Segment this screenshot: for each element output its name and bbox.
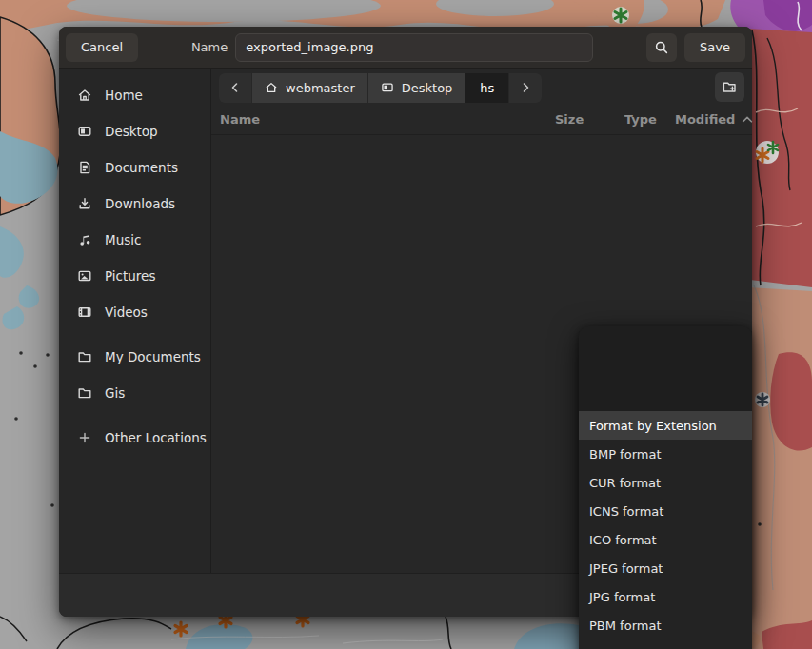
menu-item-jpg-format[interactable]: JPG format xyxy=(579,582,752,611)
screen: { "dialog": { "cancel_label": "Cancel", … xyxy=(0,0,812,649)
menu-item-pbm-format[interactable]: PBM format xyxy=(579,611,752,639)
sidebar-separator xyxy=(59,330,210,339)
sidebar-item-videos[interactable]: Videos xyxy=(59,294,210,330)
chevron-right-icon xyxy=(520,82,531,93)
menu-item-pgm-format[interactable]: PGM format xyxy=(579,639,752,649)
chevron-left-icon xyxy=(229,82,241,93)
marker-cluster-right xyxy=(756,141,779,164)
filename-input[interactable] xyxy=(235,33,593,62)
sidebar-item-label: Videos xyxy=(105,305,148,320)
sidebar-item-my-documents[interactable]: My Documents xyxy=(59,339,210,375)
pathbar-row: webmaster Desktop hs xyxy=(211,69,752,107)
menu-item-format-by-extension[interactable]: Format by Extension xyxy=(579,411,752,440)
name-label: Name xyxy=(191,40,228,54)
breadcrumb-desktop[interactable]: Desktop xyxy=(368,73,466,103)
sidebar-item-gis[interactable]: Gis xyxy=(59,375,210,411)
sidebar-item-label: Home xyxy=(105,88,143,103)
sidebar-item-label: Gis xyxy=(105,385,125,401)
home-icon xyxy=(265,81,278,94)
sidebar-item-documents[interactable]: Documents xyxy=(59,149,210,186)
column-header-label: Modified xyxy=(675,112,735,127)
format-menu-empty-area xyxy=(579,326,752,411)
plus-icon xyxy=(77,430,92,445)
folder-icon xyxy=(77,385,92,401)
sidebar-item-label: Desktop xyxy=(105,124,158,139)
sidebar-item-music[interactable]: Music xyxy=(59,222,210,258)
pathbar: webmaster Desktop hs xyxy=(219,73,542,103)
sidebar-item-pictures[interactable]: Pictures xyxy=(59,258,210,294)
pictures-icon xyxy=(77,268,92,284)
breadcrumb-hs[interactable]: hs xyxy=(465,73,509,103)
desktop-icon xyxy=(381,81,394,94)
marker-green-top xyxy=(612,7,629,24)
sidebar-item-label: Pictures xyxy=(105,268,155,284)
search-icon xyxy=(654,40,669,55)
places-sidebar: Home Desktop Documents Downloads xyxy=(59,69,211,573)
desktop-icon xyxy=(77,124,92,139)
breadcrumb-webmaster[interactable]: webmaster xyxy=(252,73,368,103)
videos-icon xyxy=(77,305,92,320)
format-menu: Format by Extension BMP format CUR forma… xyxy=(579,326,752,649)
sidebar-item-label: Other Locations xyxy=(105,430,207,445)
new-folder-icon xyxy=(722,79,738,95)
marker-dark-right xyxy=(755,392,770,407)
format-menu-list: Format by Extension BMP format CUR forma… xyxy=(579,411,752,649)
search-button[interactable] xyxy=(646,33,677,62)
sidebar-separator xyxy=(59,411,210,420)
sidebar-item-label: Documents xyxy=(105,160,178,175)
sidebar-item-label: Music xyxy=(105,232,141,247)
column-header-type[interactable]: Type xyxy=(624,112,657,127)
breadcrumb-label: hs xyxy=(480,81,494,95)
sort-ascending-icon xyxy=(742,115,753,124)
sidebar-item-desktop[interactable]: Desktop xyxy=(59,113,210,149)
menu-item-jpeg-format[interactable]: JPEG format xyxy=(579,554,752,582)
path-forward-button[interactable] xyxy=(509,73,542,103)
sidebar-item-home[interactable]: Home xyxy=(59,77,210,113)
sidebar-item-label: My Documents xyxy=(105,349,201,364)
menu-item-ico-format[interactable]: ICO format xyxy=(579,525,752,554)
home-icon xyxy=(77,88,92,103)
documents-icon xyxy=(77,160,92,175)
dialog-headerbar: Cancel Name Save xyxy=(59,27,752,69)
downloads-icon xyxy=(77,196,92,211)
new-folder-button[interactable] xyxy=(715,72,744,102)
sidebar-item-label: Downloads xyxy=(105,196,175,211)
menu-item-icns-format[interactable]: ICNS format xyxy=(579,497,752,525)
menu-item-cur-format[interactable]: CUR format xyxy=(579,468,752,497)
list-column-headers: Name Size Type Modified xyxy=(211,107,752,135)
cancel-button[interactable]: Cancel xyxy=(66,33,138,62)
column-header-modified[interactable]: Modified xyxy=(675,112,753,127)
sidebar-item-downloads[interactable]: Downloads xyxy=(59,186,210,222)
sidebar-item-other-locations[interactable]: Other Locations xyxy=(59,420,210,456)
save-button[interactable]: Save xyxy=(684,33,745,62)
music-icon xyxy=(77,232,92,247)
column-header-size[interactable]: Size xyxy=(555,112,584,127)
folder-icon xyxy=(77,349,92,364)
menu-item-bmp-format[interactable]: BMP format xyxy=(579,440,752,468)
breadcrumb-label: webmaster xyxy=(286,81,355,95)
path-back-button[interactable] xyxy=(219,73,252,103)
breadcrumb-label: Desktop xyxy=(402,81,453,95)
column-header-name[interactable]: Name xyxy=(220,112,260,127)
